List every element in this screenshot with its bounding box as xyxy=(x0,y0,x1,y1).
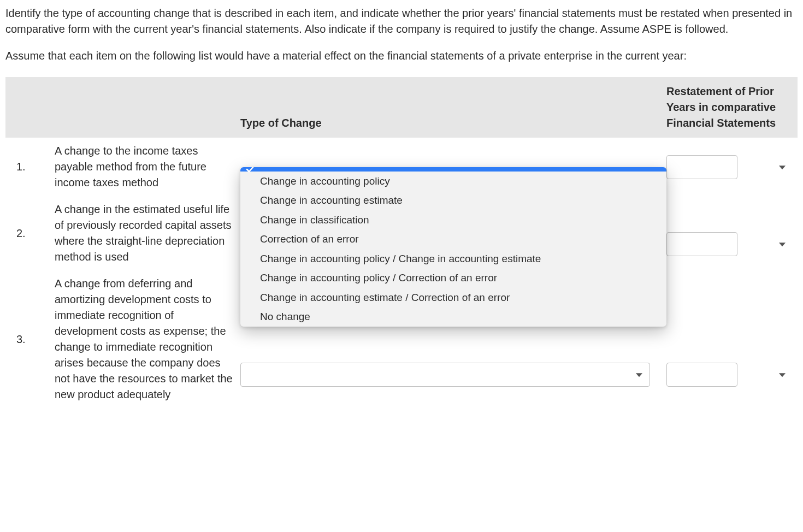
cell-restatement xyxy=(666,155,792,179)
type-of-change-dropdown-open[interactable]: Change in accounting policy Change in ac… xyxy=(240,167,666,327)
select-wrapper xyxy=(666,155,792,179)
select-wrapper xyxy=(666,363,792,387)
table-row: 1. A change to the income taxes payable … xyxy=(5,138,798,196)
dropdown-option[interactable]: Change in accounting estimate / Correcti… xyxy=(240,288,666,308)
dropdown-option[interactable]: Correction of an error xyxy=(240,229,666,249)
instructions-para-1: Identify the type of accounting change t… xyxy=(5,5,798,37)
header-col-restatement: Restatement of Prior Years in comparativ… xyxy=(666,84,792,131)
cell-restatement xyxy=(666,292,792,387)
row-number: 3. xyxy=(11,332,55,347)
row-description: A change in the estimated useful life of… xyxy=(55,202,240,265)
dropdown-option[interactable]: Change in accounting policy / Correction… xyxy=(240,268,666,288)
header-col-type: Type of Change xyxy=(240,115,666,131)
restatement-select[interactable] xyxy=(666,363,737,387)
row-number: 2. xyxy=(11,226,55,241)
dropdown-option-blank[interactable] xyxy=(240,167,666,172)
restatement-select[interactable] xyxy=(666,232,737,256)
answer-table: Type of Change Restatement of Prior Year… xyxy=(5,77,798,408)
row-description: A change to the income taxes payable met… xyxy=(55,143,240,191)
row-number: 1. xyxy=(11,159,55,175)
row-description: A change from deferring and amortizing d… xyxy=(55,276,240,403)
dropdown-option[interactable]: Change in classification xyxy=(240,210,666,230)
cell-restatement xyxy=(666,210,792,256)
dropdown-option[interactable]: Change in accounting policy xyxy=(240,172,666,191)
select-wrapper xyxy=(666,232,792,256)
dropdown-option[interactable]: Change in accounting policy / Change in … xyxy=(240,249,666,269)
table-header-row: Type of Change Restatement of Prior Year… xyxy=(5,77,798,138)
type-of-change-select[interactable] xyxy=(240,363,650,387)
select-wrapper xyxy=(240,363,650,387)
dropdown-option[interactable]: No change xyxy=(240,307,666,327)
instructions-para-2: Assume that each item on the following l… xyxy=(5,48,798,64)
dropdown-option[interactable]: Change in accounting estimate xyxy=(240,191,666,210)
instructions-block: Identify the type of accounting change t… xyxy=(5,5,798,64)
restatement-select[interactable] xyxy=(666,155,737,179)
